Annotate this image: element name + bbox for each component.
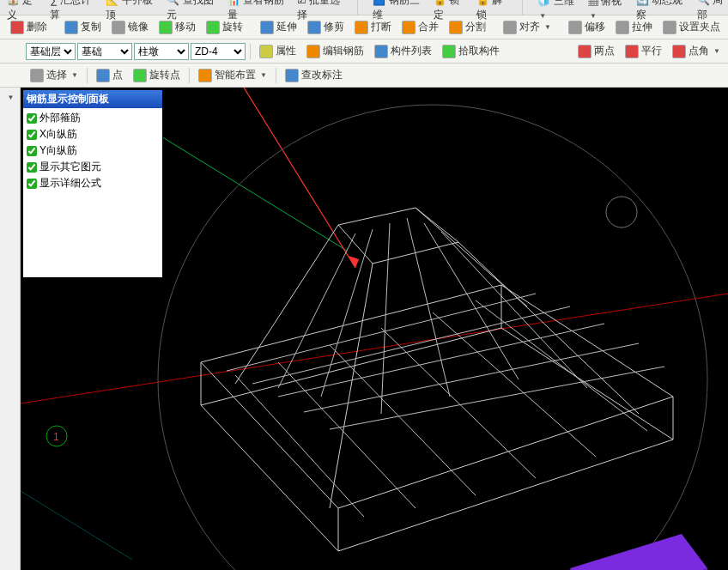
- svg-line-4: [21, 294, 728, 403]
- separator: [522, 0, 523, 15]
- copy-button[interactable]: 复制: [60, 17, 106, 37]
- move-icon: [159, 21, 173, 34]
- rotpt-button[interactable]: 旋转点: [129, 65, 185, 85]
- rebar-panel-body: 外部箍筋 X向纵筋 Y向纵筋 显示其它图元 显示详细公式: [23, 108, 162, 277]
- svg-marker-17: [338, 208, 458, 264]
- angle-icon: [672, 45, 686, 58]
- angle-button[interactable]: 点角▼: [668, 41, 725, 61]
- editlabel-button[interactable]: 查改标注: [281, 65, 347, 85]
- merge-button[interactable]: 合并: [397, 17, 443, 37]
- select-button[interactable]: 选择▼: [26, 65, 82, 85]
- split-button[interactable]: 分割: [445, 17, 490, 37]
- align-button[interactable]: 对齐▼: [499, 17, 555, 37]
- svg-line-30: [381, 328, 536, 478]
- list-button[interactable]: 构件列表: [370, 41, 436, 61]
- split-icon: [449, 21, 463, 34]
- grip-button[interactable]: 设置夹点: [658, 17, 725, 37]
- svg-line-26: [330, 367, 664, 429]
- chk-show-others[interactable]: 显示其它图元: [27, 159, 159, 175]
- separator: [357, 0, 358, 15]
- chk-outer-stirrup[interactable]: 外部箍筋: [27, 110, 159, 126]
- chk-y-bar[interactable]: Y向纵筋: [27, 142, 159, 159]
- parallel-button[interactable]: 平行: [621, 41, 666, 61]
- align-icon: [503, 21, 517, 34]
- extend-button[interactable]: 延伸: [256, 17, 301, 37]
- svg-text:1: 1: [53, 431, 59, 443]
- point-icon: [96, 69, 110, 82]
- menubar: 🏠 定义 ∑ 汇总计算 📐 平齐板顶 🔍 查找图元 📊 查看钢筋量 ☑ 批量选择…: [0, 0, 728, 15]
- 3d-viewport[interactable]: 1 3: [21, 88, 728, 570]
- svg-line-18: [235, 225, 338, 384]
- edit-rebar-icon: [306, 45, 320, 58]
- grip-icon: [663, 21, 676, 34]
- parallel-icon: [625, 45, 639, 58]
- rebar-panel-title: 钢筋显示控制面板: [23, 90, 162, 108]
- merge-icon: [402, 21, 416, 34]
- trim-button[interactable]: 修剪: [303, 17, 349, 37]
- delete-icon: [10, 21, 24, 34]
- svg-point-6: [606, 197, 637, 227]
- chk-show-formula[interactable]: 显示详细公式: [27, 175, 159, 191]
- svg-line-2: [244, 88, 355, 268]
- rotate-icon: [206, 21, 220, 34]
- svg-line-31: [433, 312, 596, 457]
- edit-toolbar: 删除 复制 镜像 移动 旋转 延伸 修剪 打断 合并 分割 对齐▼ 偏移 拉伸 …: [0, 15, 728, 39]
- layer-select[interactable]: 基础层: [26, 43, 76, 60]
- offset-button[interactable]: 偏移: [564, 17, 610, 37]
- chk-x-bar[interactable]: X向纵筋: [27, 126, 159, 142]
- extend-icon: [260, 21, 274, 34]
- point-button[interactable]: 点: [92, 65, 127, 85]
- smart-icon: [198, 69, 212, 82]
- offset-icon: [568, 21, 582, 34]
- copy-icon: [64, 21, 78, 34]
- list-icon: [374, 45, 388, 58]
- code-select[interactable]: ZD-4: [191, 43, 246, 60]
- svg-line-29: [330, 345, 476, 495]
- stretch-button[interactable]: 拉伸: [611, 17, 657, 37]
- mirror-button[interactable]: 镜像: [107, 17, 153, 37]
- vertical-toolbar: ▼: [0, 88, 21, 570]
- svg-line-27: [235, 375, 364, 517]
- rebar-panel[interactable]: 钢筋显示控制面板 外部箍筋 X向纵筋 Y向纵筋 显示其它图元 显示详细公式: [22, 89, 163, 278]
- selector-toolbar: 基础层 基础 柱墩 ZD-4 属性 编辑钢筋 构件列表 拾取构件 两点 平行 点…: [0, 39, 728, 64]
- place-toolbar: 选择▼ 点 旋转点 智能布置▼ 查改标注: [0, 64, 728, 88]
- svg-line-33: [278, 233, 355, 388]
- twopoint-icon: [578, 45, 592, 58]
- svg-line-32: [476, 300, 647, 431]
- break-icon: [355, 21, 368, 34]
- vtool-1[interactable]: ▼: [2, 91, 19, 104]
- cursor-icon: [30, 69, 44, 82]
- attr-icon: [259, 45, 273, 58]
- rotpt-icon: [133, 69, 147, 82]
- trim-icon: [307, 21, 321, 34]
- smart-button[interactable]: 智能布置▼: [194, 65, 271, 85]
- svg-line-35: [381, 223, 390, 414]
- attr-button[interactable]: 属性: [255, 41, 300, 61]
- svg-line-1: [21, 491, 132, 560]
- svg-marker-39: [570, 534, 707, 570]
- pick-button[interactable]: 拾取构件: [438, 41, 504, 61]
- break-button[interactable]: 打断: [350, 17, 396, 37]
- pick-icon: [442, 45, 456, 58]
- category-select[interactable]: 基础: [77, 43, 132, 60]
- purple-cube: [570, 534, 707, 570]
- svg-line-28: [278, 362, 416, 508]
- stretch-icon: [616, 21, 629, 34]
- column-select[interactable]: 柱墩: [134, 43, 189, 60]
- svg-point-5: [158, 105, 707, 570]
- editlabel-icon: [285, 69, 299, 82]
- rotate-button[interactable]: 旋转: [202, 17, 247, 37]
- svg-line-38: [441, 232, 587, 388]
- twopoint-button[interactable]: 两点: [573, 41, 619, 61]
- move-button[interactable]: 移动: [155, 17, 200, 37]
- delete-button[interactable]: 删除: [6, 17, 52, 37]
- viewport-area: ▼ 1 3: [0, 88, 728, 570]
- edit-rebar-button[interactable]: 编辑钢筋: [302, 41, 368, 61]
- mirror-icon: [112, 21, 125, 34]
